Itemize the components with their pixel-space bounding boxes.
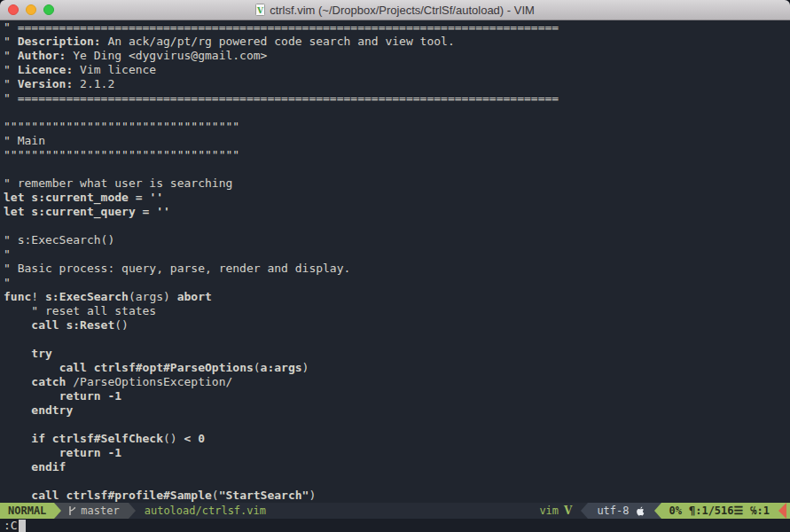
zoom-button[interactable] (43, 4, 54, 15)
filename-segment: autoload/ctrlsf.vim (136, 503, 266, 519)
code-line: """""""""""""""""""""""""""""""""" (4, 120, 790, 134)
code-line (4, 332, 790, 347)
code-line: func! s:ExecSearch(args) abort (4, 290, 790, 304)
scroll-percent: 0% (669, 503, 682, 519)
encoding-label: utf-8 (597, 503, 629, 519)
code-line: " Author: Ye Ding <dygvirus@gmail.com> (4, 49, 790, 63)
code-line (4, 106, 790, 120)
code-line (4, 162, 790, 176)
code-line: " Licence: Vim licence (4, 63, 790, 77)
filetype-segment: vim V (530, 503, 581, 519)
traffic-lights (8, 4, 54, 15)
code-line: " Basic process: query, parse, render an… (4, 262, 790, 276)
statusline-spacer (266, 503, 530, 519)
window-title: ctrlsf.vim (~/Dropbox/Projects/CtrlSf/au… (270, 4, 535, 17)
code-line: let s:current_mode = '' (4, 191, 790, 205)
close-button[interactable] (8, 4, 19, 15)
command-line[interactable]: :C (0, 519, 790, 532)
separator-arrow (654, 503, 661, 519)
cursor-position-segment: 0% ¶:1/516☰ ℅:1 (661, 503, 790, 519)
code-line: let s:current_query = '' (4, 205, 790, 219)
code-line: endif (4, 460, 790, 474)
encoding-segment: utf-8 (588, 503, 653, 519)
code-line: call ctrlsf#profile#Sample("StartSearch"… (4, 489, 790, 503)
code-line (4, 418, 790, 432)
line-indicator: ¶:1/516☰ (689, 503, 743, 519)
code-line: """""""""""""""""""""""""""""""""" (4, 148, 790, 162)
minimize-button[interactable] (26, 4, 36, 15)
code-line: " ======================================… (4, 20, 790, 35)
code-line (4, 219, 790, 233)
branch-name: master (81, 503, 119, 519)
code-line: " ======================================… (4, 91, 790, 106)
svg-text:V: V (256, 6, 264, 15)
code-line: endtry (4, 403, 790, 418)
command-text: :C (4, 519, 18, 532)
statusline: NORMAL master autoload/ctrlsf.vim vim V … (0, 503, 790, 519)
separator-arrow (581, 503, 588, 519)
code-line: " Main (4, 134, 790, 148)
column-indicator: ℅:1 (750, 503, 770, 519)
code-line (4, 474, 790, 489)
filename-label: autoload/ctrlsf.vim (145, 503, 266, 519)
code-line: " remember what user is searching (4, 176, 790, 191)
right-edge-arrow-icon (778, 503, 786, 519)
separator-arrow (54, 503, 61, 519)
mode-indicator: NORMAL (0, 503, 54, 519)
code-line: call s:Reset() (4, 318, 790, 332)
code-line: catch /ParseOptionsException/ (4, 375, 790, 389)
code-line: " Description: An ack/ag/pt/rg powered c… (4, 35, 790, 49)
code-area[interactable]: " ======================================… (0, 20, 790, 503)
cursor-block (19, 520, 26, 532)
mode-label: NORMAL (8, 503, 46, 519)
git-branch-segment: master (61, 503, 128, 519)
vim-file-icon: V (255, 4, 265, 16)
code-line: " reset all states (4, 304, 790, 318)
vim-filetype-icon: V (564, 503, 572, 519)
code-line: return -1 (4, 389, 790, 403)
git-branch-icon (67, 505, 76, 516)
code-line: " (4, 276, 790, 290)
vim-window: V ctrlsf.vim (~/Dropbox/Projects/CtrlSf/… (0, 0, 790, 532)
code-line: " Version: 2.1.2 (4, 77, 790, 91)
filetype-label: vim (539, 503, 559, 519)
apple-logo-icon (636, 505, 645, 517)
code-line: call ctrlsf#opt#ParseOptions(a:args) (4, 361, 790, 375)
code-line: return -1 (4, 446, 790, 460)
code-line: " (4, 247, 790, 262)
code-line: try (4, 347, 790, 361)
code-line: " s:ExecSearch() (4, 233, 790, 247)
titlebar: V ctrlsf.vim (~/Dropbox/Projects/CtrlSf/… (0, 0, 790, 20)
code-line: if ctrlsf#SelfCheck() < 0 (4, 432, 790, 446)
separator-arrow (129, 503, 136, 519)
